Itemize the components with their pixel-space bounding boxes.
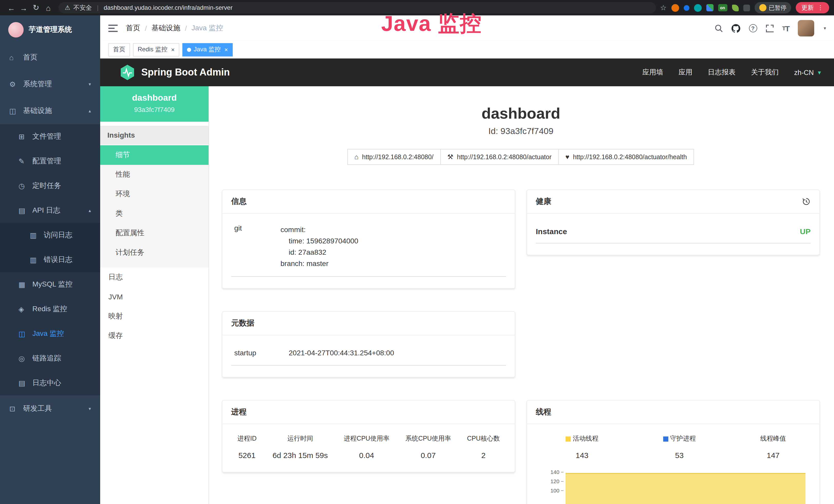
app-title: 芋道管理系统 (29, 25, 72, 35)
health-url-button[interactable]: ♥ http://192.168.0.2:48080/actuator/heal… (558, 149, 694, 165)
refresh-button[interactable]: ↻ (30, 3, 42, 12)
font-size-icon[interactable]: TT (782, 24, 789, 32)
sidebar-item-error-log[interactable]: ▥ 错误日志 (0, 248, 100, 272)
breadcrumb-home[interactable]: 首页 (126, 24, 140, 33)
sba-item-mappings[interactable]: 映射 (100, 306, 208, 326)
chevron-down-icon: ▼ (817, 70, 822, 75)
monitor-icon: ◫ (9, 107, 21, 115)
back-button[interactable]: ← (5, 3, 18, 12)
sba-insights-list: 细节 性能 环境 类 配置属性 计划任务 (100, 144, 208, 268)
sba-main: dashboard Id: 93a3fc7f7409 ⌂ http://192.… (209, 86, 834, 504)
sba-body: dashboard 93a3fc7f7409 Insights 细节 性能 环境… (100, 86, 834, 504)
status-badge: UP (800, 227, 811, 236)
home-button[interactable]: ⌂ (42, 3, 54, 12)
cards-grid: 信息 git commit: time: 1596289704000 id: 2… (222, 189, 820, 504)
sba-nav-applications[interactable]: 应用 (679, 68, 693, 77)
sidebar-item-mysql[interactable]: ▦ MySQL 监控 (0, 272, 100, 297)
sba-item-details[interactable]: 细节 (100, 145, 208, 165)
sba-item-scheduled-tasks[interactable]: 计划任务 (100, 243, 208, 262)
instance-title: dashboard (222, 105, 820, 122)
extension-leaf-icon[interactable] (732, 4, 739, 11)
forward-button[interactable]: → (18, 3, 30, 12)
database-icon: ▦ (19, 280, 30, 289)
process-card: 进程 进程ID5261 运行时间6d 23h 15m 59s 进程CPU使用率0… (222, 400, 515, 473)
sba-language-select[interactable]: zh-CN ▼ (794, 69, 822, 76)
doc-icon: ▥ (30, 231, 41, 239)
instance-header[interactable]: dashboard 93a3fc7f7409 (100, 86, 208, 122)
sidebar-item-trace[interactable]: ◎ 链路追踪 (0, 346, 100, 371)
kebab-menu-icon: ⋮ (817, 4, 824, 11)
sba-item-caches[interactable]: 缓存 (100, 326, 208, 346)
tab-java[interactable]: Java 监控 × (182, 43, 233, 56)
sba-item-config-props[interactable]: 配置属性 (100, 223, 208, 243)
tools-icon: ⊡ (9, 405, 21, 413)
sidebar-item-dev-tools[interactable]: ⊡ 研发工具 ▾ (0, 395, 100, 422)
sba-item-logs[interactable]: 日志 (100, 268, 208, 287)
sba-item-environment[interactable]: 环境 (100, 184, 208, 204)
service-url-button[interactable]: ⌂ http://192.168.0.2:48080/ (347, 149, 441, 165)
sidebar-item-config[interactable]: ✎ 配置管理 (0, 149, 100, 174)
file-icon: ⊞ (19, 133, 30, 141)
extension-blue-icon[interactable] (683, 5, 689, 10)
sidebar-item-job[interactable]: ◷ 定时任务 (0, 174, 100, 198)
active-dot-icon (187, 47, 191, 52)
sba-nav-journal[interactable]: 日志报表 (708, 68, 736, 77)
metadata-card: 元数据 startup 2021-04-27T00:44:31.254+08:0… (222, 311, 515, 377)
extension-grid-icon[interactable] (706, 4, 713, 11)
git-row: git commit: time: 1596289704000 id: 27aa… (231, 218, 506, 277)
extension-on-icon[interactable]: on (718, 4, 727, 11)
address-bar[interactable]: ⚠ 不安全 | dashboard.yudao.iocoder.cn/infra… (59, 2, 656, 13)
sidebar-item-java[interactable]: ◫ Java 监控 (0, 321, 100, 346)
update-button[interactable]: 更新 ⋮ (796, 2, 829, 13)
sba-header: Spring Boot Admin 应用墙 应用 日志报表 关于我们 zh-CN… (100, 59, 834, 86)
threads-chart: 140 120 100 (542, 468, 808, 504)
actuator-url-button[interactable]: ⚒ http://192.168.0.2:48080/actuator (440, 149, 559, 165)
edit-icon: ✎ (19, 157, 30, 165)
sba-nav-about[interactable]: 关于我们 (751, 68, 779, 77)
history-icon[interactable] (802, 197, 811, 206)
heartbeat-icon: ♥ (565, 153, 569, 161)
bookmark-star-icon[interactable]: ☆ (660, 4, 666, 12)
fullscreen-icon[interactable] (766, 24, 773, 32)
sba-brand[interactable]: Spring Boot Admin (120, 64, 230, 81)
tab-redis[interactable]: Redis 监控 × (133, 43, 179, 56)
github-icon[interactable] (731, 24, 740, 32)
close-icon[interactable]: × (224, 46, 228, 53)
tags-bar: 首页 Redis 监控 × Java 监控 × (100, 41, 834, 59)
close-icon[interactable]: × (171, 46, 175, 53)
health-card: 健康 (527, 189, 820, 255)
hamburger-icon[interactable] (108, 24, 118, 32)
sidebar-item-home[interactable]: ⌂ 首页 (0, 44, 100, 71)
sidebar-item-api-log[interactable]: ▤ API 日志 ▴ (0, 198, 100, 223)
sidebar-item-redis[interactable]: ◈ Redis 监控 (0, 297, 100, 321)
breadcrumb-infra[interactable]: 基础设施 (152, 24, 180, 33)
extension-teal-icon[interactable] (694, 4, 701, 12)
sba-nav-wallboard[interactable]: 应用墙 (642, 68, 663, 77)
sidebar-item-log-center[interactable]: ▤ 日志中心 (0, 371, 100, 395)
user-avatar[interactable] (798, 20, 814, 37)
sidebar-item-system[interactable]: ⚙ 系统管理 ▾ (0, 71, 100, 97)
extensions-puzzle-icon[interactable] (743, 4, 750, 11)
help-icon[interactable]: ? (749, 24, 757, 32)
sba-frame: Spring Boot Admin 应用墙 应用 日志报表 关于我们 zh-CN… (100, 59, 834, 504)
dashboard-icon: ⌂ (9, 53, 21, 62)
sidebar-item-access-log[interactable]: ▥ 访问日志 (0, 223, 100, 248)
extension-orange-icon[interactable] (671, 4, 679, 12)
security-warning-icon[interactable]: ⚠ (65, 4, 70, 11)
trace-icon: ◎ (19, 354, 30, 363)
profile-paused-badge[interactable]: 已暂停 (754, 2, 791, 13)
sba-section-insights: Insights (100, 126, 208, 144)
logo-avatar (8, 22, 24, 38)
sba-item-jvm[interactable]: JVM (100, 287, 208, 306)
sba-item-metrics[interactable]: 性能 (100, 165, 208, 184)
health-card-title: 健康 (536, 197, 551, 206)
sidebar-item-file[interactable]: ⊞ 文件管理 (0, 124, 100, 149)
sidebar-item-infra[interactable]: ◫ 基础设施 ▴ (0, 97, 100, 124)
sba-item-classes[interactable]: 类 (100, 204, 208, 223)
threads-card: 线程 活动线程 143 守护进程 (527, 400, 820, 504)
search-icon[interactable] (714, 24, 723, 32)
clock-icon: ◷ (19, 182, 30, 190)
app-logo[interactable]: 芋道管理系统 (0, 16, 100, 44)
tab-home[interactable]: 首页 (108, 43, 130, 56)
breadcrumb: 首页 / 基础设施 / Java 监控 (126, 24, 223, 33)
